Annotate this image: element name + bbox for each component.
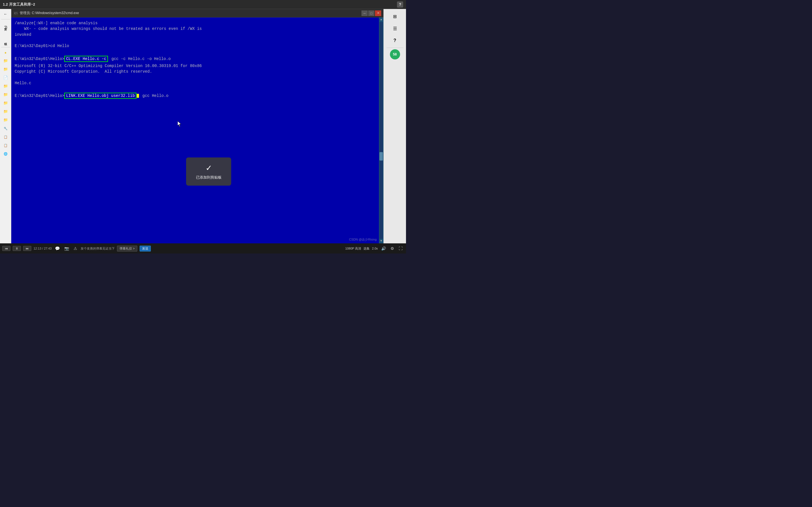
help-icon[interactable]: ? — [397, 1, 403, 8]
right-list-icon[interactable]: ☰ — [388, 23, 402, 34]
clipboard-toast: ✓ 已添加到剪贴板 — [186, 158, 231, 186]
cmd-hello-c: Hello.c — [15, 80, 375, 86]
sidebar-folder4[interactable]: 📁 — [1, 82, 10, 90]
cmd-title-text: 管理员: C:\Windows\system32\cmd.exe — [20, 11, 361, 15]
sidebar-info1[interactable]: 🔧 — [1, 124, 10, 132]
cmd-scrollbar[interactable]: ▲ ▼ — [379, 17, 384, 243]
sidebar-folder2[interactable]: 📁 — [1, 65, 10, 73]
camera-icon[interactable]: 📷 — [63, 245, 70, 251]
cmd-line-3: invoked — [15, 32, 375, 38]
svg-marker-0 — [177, 121, 181, 127]
sidebar-folder5[interactable]: 📁 — [1, 91, 10, 99]
scrollbar-thumb[interactable] — [379, 152, 383, 161]
sidebar-info2[interactable]: 📋 — [1, 133, 10, 141]
right-panel-divider-1 — [387, 48, 403, 48]
cmd-line-2: WX- - code analysis warnings should not … — [15, 26, 375, 32]
right-help-icon[interactable]: ? — [388, 35, 402, 46]
cmd-minimize-button[interactable]: ─ — [361, 10, 368, 16]
sidebar-folder3[interactable]: 📄 — [1, 74, 10, 82]
cmd-close-button[interactable]: ✕ — [375, 10, 381, 16]
back-icon[interactable]: ← — [1, 10, 10, 18]
cmd-cursor — [137, 94, 139, 98]
cmd-compiler-line-1: Microsoft (R) 32-bit C/C++ Optimizing Co… — [15, 63, 375, 69]
cmd-prompt-1: E:\Win32\Day01\Hello> — [15, 56, 64, 62]
cmd-compiler-line-2: Copyright (C) Microsoft Corporation. All… — [15, 69, 375, 74]
time-display: 12:13 / 27:43 — [34, 247, 52, 250]
cmd-cl-row: E:\Win32\Day01\Hello> CL.EXE Hello.c -c … — [15, 56, 375, 62]
quality-display: 1080P 高清 — [345, 246, 361, 251]
select-label: 选集 — [363, 246, 370, 251]
sidebar-organize[interactable]: 组织 — [1, 35, 10, 46]
settings-icon[interactable]: ⚙ — [389, 245, 395, 251]
sidebar-folder8[interactable]: 📁 — [1, 116, 10, 124]
cmd-line-cd: E:\Win32\Day01>cd Hello — [15, 43, 375, 49]
right-panel: ⊞ ☰ ? 58 — [384, 9, 406, 243]
next-button[interactable]: ⏭ — [23, 246, 31, 251]
page-top-bar: 1.2 开发工具和库~2 ? — [0, 0, 406, 9]
cmd-title-bar: C:\ 管理员: C:\Windows\system32\cmd.exe ─ □… — [11, 9, 384, 17]
clipboard-check-icon: ✓ — [206, 163, 212, 173]
sidebar-folder1[interactable]: 📁 — [1, 57, 10, 65]
bottom-bar: ⏮ ⏸ ⏭ 12:13 / 27:43 💬 📷 ⚠ 发个友善的弹幕见证当下 弹幕… — [0, 243, 406, 253]
volume-icon[interactable]: 🔊 — [380, 245, 387, 251]
top-bar-right: ? — [397, 1, 403, 8]
watermark: CSDN @达少Rising — [349, 237, 377, 242]
cmd-blank-1 — [15, 38, 375, 43]
scrollbar-track[interactable] — [379, 22, 383, 239]
cmd-title-icon: C:\ — [13, 11, 18, 15]
cmd-title-buttons: ─ □ ✕ — [361, 10, 381, 16]
send-button[interactable]: 发送 — [140, 245, 151, 251]
sidebar-folder7[interactable]: 📁 — [1, 108, 10, 115]
mouse-cursor — [177, 121, 182, 128]
page-title: 1.2 开发工具和库~2 — [3, 2, 35, 7]
cmd-line-1: /analyze[:WX-] enable code analysis — [15, 20, 375, 26]
cmd-blank-2 — [15, 49, 375, 54]
pause-button[interactable]: ⏸ — [13, 246, 21, 251]
cmd-link-annotation: gcc Hello.o — [142, 94, 168, 98]
sidebar-info4[interactable]: 🌐 — [1, 150, 10, 158]
cmd-cl-annotation: gcc -c Hello.c -o Hello.o — [111, 57, 170, 61]
caption-icon[interactable]: 💬 — [54, 245, 61, 251]
sidebar-star[interactable]: ★ — [1, 48, 10, 56]
bullet-label: 发个友善的弹幕见证当下 — [81, 246, 115, 251]
cmd-blank-3 — [15, 74, 375, 80]
barrage-menu-button[interactable]: 弹幕礼仪 > — [117, 245, 137, 251]
sidebar-folder6[interactable]: 📁 — [1, 99, 10, 107]
clipboard-message: 已添加到剪贴板 — [196, 175, 221, 180]
cmd-link-row: E:\Win32\Day01\Hello> LINK.EXE Hello.obj… — [15, 93, 375, 99]
fullscreen-icon[interactable]: ⛶ — [398, 245, 404, 251]
prev-button[interactable]: ⏮ — [2, 246, 10, 251]
cmd-link-command: LINK.EXE Hello.obj user32.lib — [64, 93, 137, 99]
cmd-blank-4 — [15, 86, 375, 92]
cmd-maximize-button[interactable]: □ — [368, 10, 374, 16]
cmd-cl-command: CL.EXE Hello.c -c — [64, 56, 108, 62]
left-sidebar: ← 文件(F) 组织 ★ 📁 📁 📄 📁 📁 📁 📁 📁 🔧 📋 📋 🌐 — [0, 9, 11, 243]
sidebar-file-menu[interactable]: 文件(F) — [1, 20, 10, 34]
cmd-prompt-2: E:\Win32\Day01\Hello> — [15, 93, 64, 99]
notification-badge[interactable]: 58 — [390, 49, 400, 59]
speed-display: 2.0x — [372, 247, 378, 250]
sidebar-info3[interactable]: 📋 — [1, 142, 10, 149]
cmd-window: /analyze[:WX-] enable code analysis WX- … — [11, 17, 379, 243]
right-grid-icon[interactable]: ⊞ — [388, 11, 402, 22]
warning-icon: ⚠ — [72, 245, 79, 251]
